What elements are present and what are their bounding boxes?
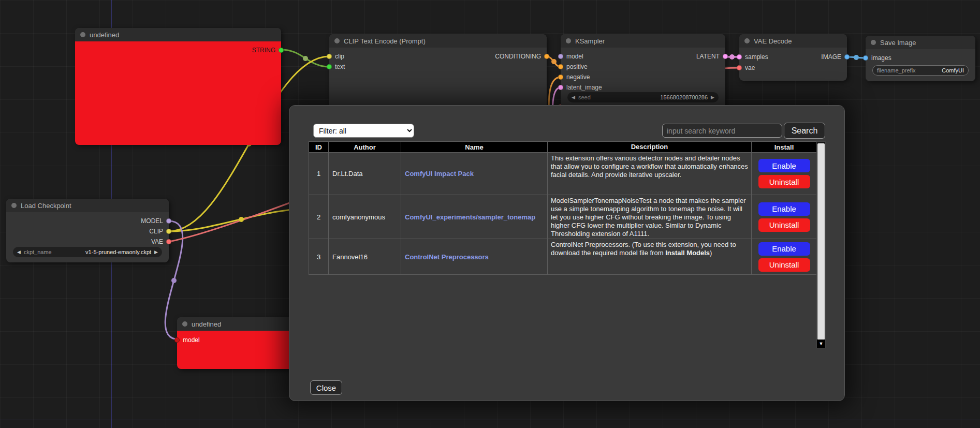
node-title: VAE Decode (754, 37, 792, 45)
output-port-latent[interactable]: LATENT (696, 53, 728, 60)
ckpt-name-widget[interactable]: ◀ ckpt_name v1-5-pruned-emaonly.ckpt ▶ (13, 247, 162, 257)
decrement-arrow-icon[interactable]: ◀ (17, 249, 21, 255)
node-collapse-dot-icon[interactable] (744, 38, 750, 43)
string-port-dot-icon[interactable] (327, 64, 332, 69)
output-port-clip[interactable]: CLIP (149, 228, 171, 235)
input-port-vae[interactable]: vae (737, 64, 755, 71)
cell-description: This extension offers various detector n… (548, 153, 752, 195)
node-collapse-dot-icon[interactable] (334, 38, 340, 43)
node-undefined-top[interactable]: undefined STRING (75, 28, 281, 145)
header-id: ID (309, 142, 329, 153)
description-text: ModelSamplerTonemapNoiseTest a node that… (551, 197, 745, 238)
cell-author: comfyanonymous (329, 195, 401, 239)
cell-author: Dr.Lt.Data (329, 153, 401, 195)
increment-arrow-icon[interactable]: ▶ (154, 249, 158, 255)
node-graph-canvas[interactable]: undefined STRING CLIP Text Encode (Promp… (0, 0, 980, 428)
node-title: KSampler (575, 37, 605, 45)
port-label: CONDITIONING (495, 53, 541, 60)
widget-value: 156680208700286 (660, 94, 708, 100)
image-port-dot-icon[interactable] (844, 54, 850, 60)
scroll-down-button[interactable]: ▼ (817, 340, 825, 348)
description-bold: Install Models (665, 249, 710, 257)
node-collapse-dot-icon[interactable] (182, 321, 187, 327)
search-button[interactable]: Search (784, 123, 825, 139)
output-port-string[interactable]: STRING (252, 47, 284, 54)
port-label: model (566, 53, 583, 60)
table-scrollbar[interactable]: ▼ (816, 141, 826, 348)
output-port-conditioning[interactable]: CONDITIONING (495, 53, 549, 60)
node-collapse-dot-icon[interactable] (871, 40, 876, 45)
cell-id: 2 (309, 195, 329, 239)
seed-widget[interactable]: ◀ seed 156680208700286 ▶ (567, 92, 719, 102)
node-collapse-dot-icon[interactable] (566, 38, 571, 43)
widget-value: ComfyUI (942, 67, 964, 73)
port-label: images (871, 54, 891, 62)
input-port-positive[interactable]: positive (558, 63, 588, 70)
filter-select[interactable]: Filter: all (313, 124, 414, 138)
link-midpoint-dot (854, 55, 859, 60)
model-port-dot-icon[interactable] (558, 54, 563, 59)
increment-arrow-icon[interactable]: ▶ (711, 95, 714, 100)
conditioning-port-dot-icon[interactable] (558, 64, 563, 69)
latent-port-dot-icon[interactable] (558, 85, 563, 90)
string-port-dot-icon[interactable] (279, 48, 284, 53)
scrollbar-thumb[interactable] (817, 143, 825, 340)
search-input[interactable] (662, 124, 782, 138)
extension-link[interactable]: ControlNet Preprocessors (405, 253, 489, 261)
enable-button[interactable]: Enable (758, 242, 810, 256)
port-label: text (335, 63, 345, 70)
clip-port-dot-icon[interactable] (327, 54, 332, 59)
table-header-row: ID Author Name Description Install (309, 142, 817, 153)
model-port-dot-icon[interactable] (174, 337, 180, 343)
decrement-arrow-icon[interactable]: ◀ (572, 95, 575, 100)
extension-link[interactable]: ComfyUI Impact Pack (405, 170, 474, 178)
port-label: latent_image (566, 84, 602, 91)
port-label: MODEL (141, 217, 163, 225)
input-port-latent-image[interactable]: latent_image (558, 84, 602, 91)
extension-link[interactable]: ComfyUI_experiments/sampler_tonemap (405, 213, 535, 221)
description-after: ) (710, 249, 712, 257)
image-port-dot-icon[interactable] (863, 55, 868, 61)
vae-port-dot-icon[interactable] (737, 65, 742, 70)
input-port-model[interactable]: model (174, 336, 200, 344)
node-collapse-dot-icon[interactable] (11, 203, 17, 208)
link-midpoint-dot (239, 217, 244, 222)
cell-author: Fannovel16 (329, 239, 401, 275)
port-label: IMAGE (821, 53, 841, 61)
node-vae-decode[interactable]: VAE Decode samples vae IMAGE (739, 34, 847, 81)
latent-port-dot-icon[interactable] (723, 54, 728, 59)
uninstall-button[interactable]: Uninstall (758, 258, 810, 272)
output-port-image[interactable]: IMAGE (821, 53, 850, 61)
node-collapse-dot-icon[interactable] (80, 32, 85, 37)
latent-port-dot-icon[interactable] (737, 54, 742, 60)
output-port-vae[interactable]: VAE (151, 238, 171, 245)
port-label: VAE (151, 238, 163, 245)
input-port-model[interactable]: model (558, 53, 583, 60)
description-text: This extension offers various detector n… (551, 154, 748, 179)
model-port-dot-icon[interactable] (166, 218, 171, 224)
node-load-checkpoint[interactable]: Load Checkpoint MODEL CLIP VAE ◀ ckpt_na… (6, 199, 169, 262)
node-save-image[interactable]: Save Image images filename_prefix ComfyU… (866, 36, 975, 81)
input-port-text[interactable]: text (327, 63, 345, 70)
port-label: negative (566, 73, 590, 81)
input-port-samples[interactable]: samples (737, 53, 768, 61)
uninstall-button[interactable]: Uninstall (758, 175, 810, 188)
filename-prefix-widget[interactable]: filename_prefix ComfyUI (872, 65, 969, 76)
input-port-clip[interactable]: clip (327, 53, 344, 60)
enable-button[interactable]: Enable (758, 202, 810, 216)
input-port-negative[interactable]: negative (558, 73, 590, 81)
enable-button[interactable]: Enable (758, 159, 810, 172)
output-port-model[interactable]: MODEL (141, 217, 171, 225)
port-label: vae (745, 64, 755, 71)
header-install: Install (752, 142, 817, 153)
conditioning-port-dot-icon[interactable] (544, 54, 549, 59)
uninstall-button[interactable]: Uninstall (758, 218, 810, 232)
close-button[interactable]: Close (310, 380, 342, 395)
vae-port-dot-icon[interactable] (166, 239, 171, 244)
cell-description: ControlNet Preprocessors. (To use this e… (548, 239, 752, 275)
widget-label: filename_prefix (877, 67, 916, 73)
link-midpoint-dot (303, 56, 308, 61)
conditioning-port-dot-icon[interactable] (558, 75, 563, 80)
clip-port-dot-icon[interactable] (166, 229, 171, 234)
input-port-images[interactable]: images (863, 54, 891, 62)
